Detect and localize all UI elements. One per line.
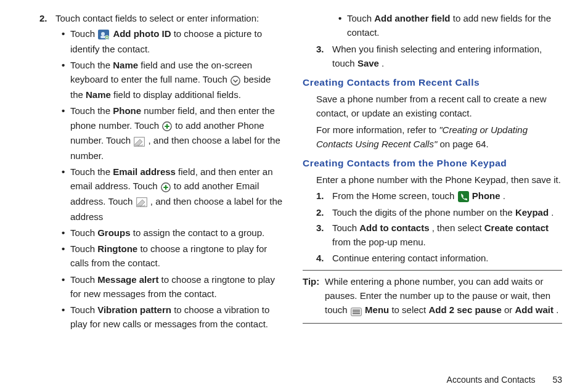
right-column: • Touch Add another field to add new fie…	[294, 11, 562, 388]
left-column: 2. Touch contact fields to select or ent…	[26, 11, 294, 388]
para-recent-calls-1: Save a phone number from a recent call t…	[303, 92, 562, 121]
bullet-add-photo: • Touch Add photo ID to choose a picture…	[26, 27, 285, 56]
tip-label: Tip:	[303, 274, 325, 318]
heading-phone-keypad: Creating Contacts from the Phone Keypad	[303, 156, 562, 171]
footer-page-number: 53	[552, 374, 562, 387]
bullet-groups: • Touch Groups to assign the contact to …	[26, 226, 285, 240]
keypad-step-3: 3. Touch Add to contacts , then select C…	[303, 221, 562, 250]
step-2: 2. Touch contact fields to select or ent…	[26, 11, 285, 25]
step-text: Touch contact fields to select or enter …	[55, 11, 285, 25]
plus-icon	[162, 119, 172, 133]
plus-icon	[161, 180, 171, 194]
menu-icon	[351, 304, 362, 318]
tip-separator-bottom	[303, 323, 562, 324]
keypad-step-2: 2. Touch the digits of the phone number …	[303, 205, 562, 219]
bullet-ringtone: • Touch Ringtone to choose a ringtone to…	[26, 242, 285, 271]
bullet-name: • Touch the Name field and use the on-sc…	[26, 58, 285, 102]
page-footer: Accounts and Contacts 53	[447, 374, 562, 387]
bullet-phone: • Touch the Phone number field, and then…	[26, 104, 285, 163]
step-number: 3.	[316, 42, 332, 71]
bullet-add-another-field: • Touch Add another field to add new fie…	[303, 11, 562, 40]
bullet-email: • Touch the Email address field, and the…	[26, 165, 285, 224]
footer-section: Accounts and Contacts	[447, 375, 536, 385]
keypad-step-1: 1. From the Home screen, touch Phone .	[303, 189, 562, 204]
bullet-vibration: • Touch Vibration pattern to choose a vi…	[26, 303, 285, 332]
keypad-step-4: 4. Continue entering contact information…	[303, 251, 562, 265]
photo-id-icon	[98, 28, 110, 42]
step-number: 2.	[39, 11, 55, 25]
phone-icon	[458, 190, 469, 204]
bullet-message-alert: • Touch Message alert to choose a ringto…	[26, 272, 285, 301]
tip-separator-top	[303, 270, 562, 271]
tip-block: Tip: While entering a phone number, you …	[303, 274, 562, 318]
heading-recent-calls: Creating Contacts from Recent Calls	[303, 75, 562, 90]
label-icon	[136, 195, 147, 209]
para-recent-calls-2: For more information, refer to "Creating…	[303, 123, 562, 152]
para-keypad-intro: Enter a phone number with the Phone Keyp…	[303, 173, 562, 187]
label-icon	[134, 134, 145, 149]
chevron-down-icon	[231, 73, 240, 88]
manual-page: 2. Touch contact fields to select or ent…	[0, 0, 588, 392]
step-3: 3. When you finish selecting and enterin…	[303, 42, 562, 71]
